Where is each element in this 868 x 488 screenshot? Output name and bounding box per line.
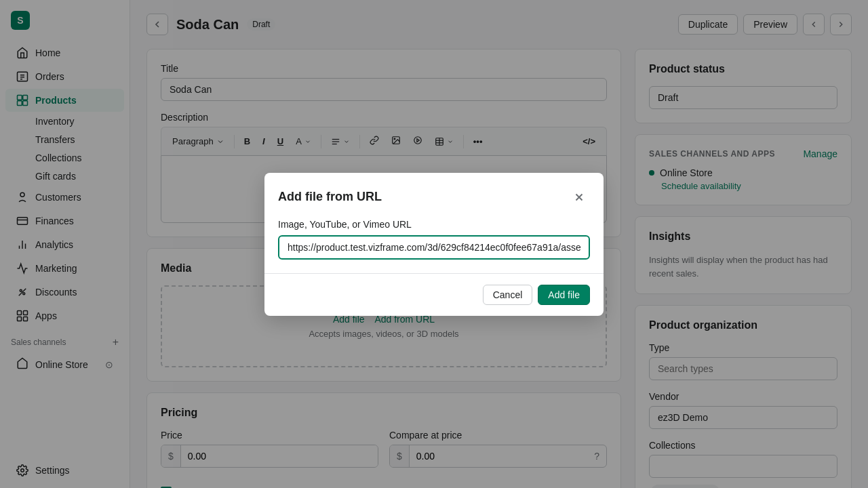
modal-footer: Cancel Add file [264,273,604,316]
modal-url-input[interactable] [278,235,590,260]
modal-cancel-button[interactable]: Cancel [483,285,533,305]
modal-close-button[interactable] [568,186,590,208]
modal-title: Add file from URL [278,190,382,204]
add-file-modal: Add file from URL Image, YouTube, or Vim… [264,173,604,316]
modal-header: Add file from URL [264,173,604,208]
modal-body: Image, YouTube, or Vimeo URL [264,219,604,273]
modal-url-label: Image, YouTube, or Vimeo URL [278,219,590,230]
modal-add-file-button[interactable]: Add file [538,285,590,305]
modal-overlay: Add file from URL Image, YouTube, or Vim… [0,0,868,488]
